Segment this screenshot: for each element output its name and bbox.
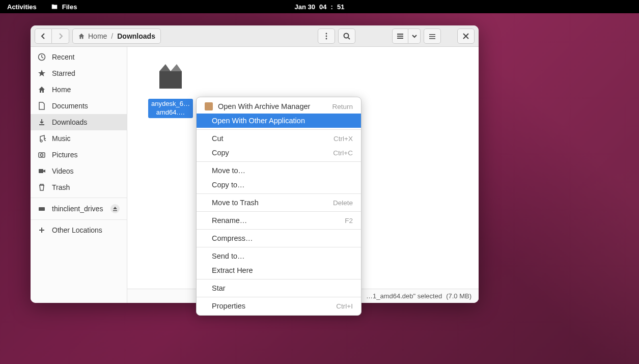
clock[interactable]: Jan 30 04:51: [295, 3, 345, 11]
menu-label: Rename…: [212, 216, 247, 225]
menu-properties[interactable]: Properties Ctrl+I: [197, 299, 361, 313]
sidebar-item-recent[interactable]: Recent: [31, 49, 127, 65]
nav-back-button[interactable]: [35, 29, 52, 44]
file-item-anydesk-deb[interactable]: anydesk_6…amd64.…: [143, 56, 199, 118]
sidebar-item-starred[interactable]: Starred: [31, 65, 127, 81]
menu-separator: [197, 129, 361, 130]
activities-button[interactable]: Activities: [7, 3, 37, 11]
sidebar-item-downloads[interactable]: Downloads: [31, 114, 127, 130]
nav-forward-button[interactable]: [52, 29, 69, 44]
sidebar-label: Music: [52, 134, 71, 143]
sidebar-item-home[interactable]: Home: [31, 81, 127, 98]
sidebar-divider: [31, 198, 127, 198]
close-icon: [463, 33, 469, 39]
menu-label: Open With Archive Manager: [218, 102, 310, 110]
menu-trash[interactable]: Move to Trash Delete: [197, 195, 361, 210]
list-view-button[interactable]: [392, 29, 408, 44]
menu-compress[interactable]: Compress…: [197, 231, 361, 245]
menu-open-archive[interactable]: Open With Archive Manager Return: [197, 99, 361, 114]
path-bar[interactable]: Home / Downloads: [72, 29, 161, 44]
svg-point-3: [344, 33, 349, 38]
menu-rename[interactable]: Rename… F2: [197, 213, 361, 228]
menu-separator: [197, 247, 361, 247]
menu-accel: Return: [332, 103, 353, 110]
menu-copy-to[interactable]: Copy to…: [197, 178, 361, 192]
menu-star[interactable]: Star: [197, 281, 361, 295]
menu-accel: Ctrl+X: [334, 135, 353, 143]
menu-separator: [197, 161, 361, 162]
clock-hour: 04: [319, 3, 326, 11]
sidebar-item-other-locations[interactable]: Other Locations: [31, 222, 127, 238]
sidebar-label: Starred: [52, 69, 75, 77]
menu-cut[interactable]: Cut Ctrl+X: [197, 131, 361, 146]
eject-icon: [113, 206, 118, 211]
menu-separator: [197, 279, 361, 279]
menu-open-other[interactable]: Open With Other Application: [197, 114, 361, 128]
search-button[interactable]: [338, 29, 355, 44]
sidebar-label: thinclient_drives: [52, 205, 103, 213]
path-current[interactable]: Downloads: [117, 32, 155, 40]
clock-icon: [38, 53, 46, 61]
sidebar-divider: [31, 219, 127, 220]
list-icon: [396, 32, 404, 40]
chevron-right-icon: [57, 32, 65, 40]
menu-separator: [197, 297, 361, 297]
document-icon: [38, 102, 46, 110]
menu-separator: [197, 211, 361, 212]
path-home[interactable]: Home: [78, 32, 107, 40]
status-size: (7.0 MB): [446, 292, 471, 300]
download-icon: [38, 118, 46, 126]
menu-move-to[interactable]: Move to…: [197, 163, 361, 178]
menu-label: Extract Here: [212, 266, 253, 274]
menu-send-to[interactable]: Send to…: [197, 249, 361, 263]
menu-separator: [197, 193, 361, 194]
menu-extract[interactable]: Extract Here: [197, 263, 361, 277]
context-menu: Open With Archive Manager Return Open Wi…: [196, 97, 362, 316]
sidebar-label: Videos: [52, 167, 74, 175]
sidebar-label: Home: [52, 86, 71, 94]
hamburger-icon: [428, 32, 436, 40]
svg-point-1: [326, 35, 327, 37]
view-options-button[interactable]: [318, 29, 335, 44]
star-icon: [38, 69, 46, 77]
svg-point-6: [41, 154, 43, 156]
sidebar-item-drive[interactable]: thinclient_drives: [31, 200, 127, 217]
archive-manager-icon: [205, 102, 213, 110]
hamburger-menu-button[interactable]: [424, 29, 441, 44]
menu-label: Move to Trash: [212, 199, 259, 207]
package-icon: [154, 60, 187, 93]
sidebar-item-documents[interactable]: Documents: [31, 98, 127, 114]
chevron-down-icon: [410, 32, 419, 40]
search-icon: [343, 32, 351, 40]
menu-label: Cut: [212, 134, 224, 143]
clock-date: Jan 30: [295, 3, 315, 11]
sidebar-item-pictures[interactable]: Pictures: [31, 147, 127, 163]
sidebar-item-trash[interactable]: Trash: [31, 179, 127, 195]
gnome-top-bar: Activities Files Jan 30 04:51: [0, 0, 639, 13]
sidebar-label: Other Locations: [52, 226, 102, 234]
menu-label: Copy to…: [212, 181, 244, 189]
view-dropdown-button[interactable]: [408, 29, 421, 44]
status-selected: 1_amd64.deb" selected: [373, 292, 442, 300]
window-close-button[interactable]: [457, 29, 475, 44]
home-icon: [38, 86, 46, 94]
places-sidebar: Recent Starred Home Documents Downloads …: [31, 47, 127, 303]
video-icon: [38, 167, 46, 175]
camera-icon: [38, 151, 46, 159]
sidebar-item-videos[interactable]: Videos: [31, 163, 127, 179]
home-icon: [78, 33, 85, 40]
svg-point-0: [326, 33, 327, 34]
current-app-menu[interactable]: Files: [51, 3, 77, 11]
menu-label: Open With Other Application: [212, 117, 305, 125]
menu-separator: [197, 229, 361, 230]
sidebar-item-music[interactable]: Music: [31, 130, 127, 147]
svg-point-2: [326, 38, 327, 39]
menu-accel: Delete: [333, 199, 353, 207]
clock-min: 51: [337, 3, 344, 11]
files-app-icon: [51, 3, 58, 10]
menu-label: Compress…: [212, 234, 253, 242]
menu-copy[interactable]: Copy Ctrl+C: [197, 146, 361, 160]
eject-button[interactable]: [110, 204, 120, 213]
menu-accel: Ctrl+I: [336, 302, 353, 310]
chevron-left-icon: [39, 32, 47, 40]
